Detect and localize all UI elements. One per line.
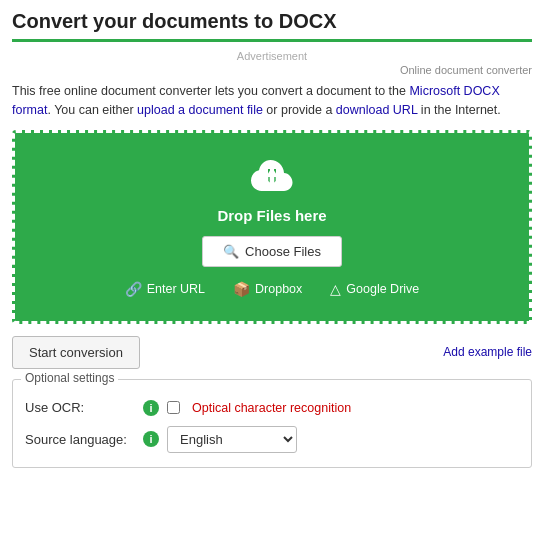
ocr-label: Use OCR: bbox=[25, 400, 135, 415]
optional-settings-panel: Optional settings Use OCR: i Optical cha… bbox=[12, 379, 532, 468]
green-divider bbox=[12, 39, 532, 42]
page-title: Convert your documents to DOCX bbox=[12, 10, 532, 33]
description-text: This free online document converter lets… bbox=[12, 82, 532, 120]
ocr-info-icon[interactable]: i bbox=[143, 400, 159, 416]
start-conversion-button[interactable]: Start conversion bbox=[12, 336, 140, 369]
upload-icon bbox=[248, 157, 296, 197]
url-link[interactable]: download URL bbox=[336, 103, 418, 117]
upload-link[interactable]: upload a document file bbox=[137, 103, 263, 117]
dropbox-link[interactable]: 📦 Dropbox bbox=[233, 281, 302, 297]
actions-row: Start conversion Add example file bbox=[12, 336, 532, 369]
source-language-label: Source language: bbox=[25, 432, 135, 447]
google-drive-label: Google Drive bbox=[346, 282, 419, 296]
svg-rect-4 bbox=[264, 187, 280, 190]
source-language-row: Source language: i EnglishFrenchGermanSp… bbox=[25, 426, 519, 453]
language-select[interactable]: EnglishFrenchGermanSpanishItalianPortugu… bbox=[167, 426, 297, 453]
ocr-option-label: Optical character recognition bbox=[192, 401, 351, 415]
language-info-icon[interactable]: i bbox=[143, 431, 159, 447]
online-converter-label: Online document converter bbox=[12, 64, 532, 76]
link-icon: 🔗 bbox=[125, 281, 142, 297]
search-icon: 🔍 bbox=[223, 244, 239, 259]
drop-files-text: Drop Files here bbox=[31, 207, 513, 224]
choose-files-button[interactable]: 🔍 Choose Files bbox=[202, 236, 342, 267]
choose-files-label: Choose Files bbox=[245, 244, 321, 259]
ocr-row: Use OCR: i Optical character recognition bbox=[25, 400, 519, 416]
add-example-file-link[interactable]: Add example file bbox=[443, 345, 532, 359]
drop-zone[interactable]: Drop Files here 🔍 Choose Files 🔗 Enter U… bbox=[12, 130, 532, 324]
ad-label: Advertisement bbox=[12, 50, 532, 62]
dropbox-label: Dropbox bbox=[255, 282, 302, 296]
google-drive-icon: △ bbox=[330, 281, 341, 297]
enter-url-link[interactable]: 🔗 Enter URL bbox=[125, 281, 205, 297]
google-drive-link[interactable]: △ Google Drive bbox=[330, 281, 419, 297]
ocr-checkbox[interactable] bbox=[167, 401, 180, 414]
enter-url-label: Enter URL bbox=[147, 282, 205, 296]
optional-settings-legend: Optional settings bbox=[21, 371, 118, 385]
dropbox-icon: 📦 bbox=[233, 281, 250, 297]
